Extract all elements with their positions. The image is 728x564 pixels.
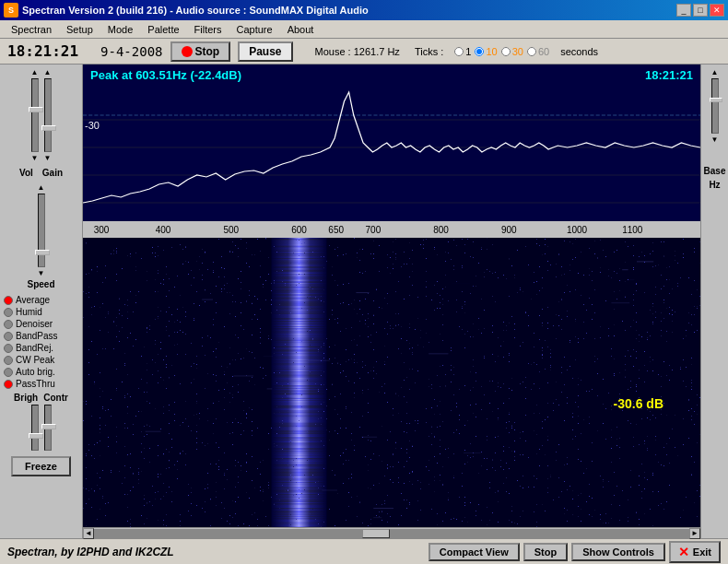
app-icon: S — [4, 3, 18, 18]
time-display: 18:21:21 — [7, 42, 78, 60]
hz-label: Hz — [709, 180, 720, 190]
menu-mode[interactable]: Mode — [100, 22, 141, 37]
window-controls[interactable]: _ □ ✕ — [676, 4, 724, 17]
filter-cwpeak[interactable]: CW Peak — [4, 355, 78, 365]
filter-label-cwpeak: CW Peak — [16, 355, 54, 365]
tick-option-1[interactable]: 1 — [454, 46, 471, 57]
filter-average[interactable]: Average — [4, 295, 78, 305]
brightness-sliders — [31, 405, 52, 451]
tick-option-60[interactable]: 60 — [527, 46, 549, 57]
gain-slider-container: ▲ ▼ — [44, 68, 52, 162]
speed-slider-container: ▲ ▼ — [38, 183, 45, 277]
scroll-thumb[interactable] — [362, 529, 390, 538]
freq-label-650: 650 — [328, 225, 344, 235]
base-up-arrow[interactable]: ▲ — [711, 68, 719, 76]
filter-dot-bandrej — [4, 344, 13, 353]
contr-slider-thumb[interactable] — [41, 424, 56, 429]
exit-label: Exit — [693, 546, 711, 558]
bottom-stop-button[interactable]: Stop — [523, 543, 568, 561]
brigh-slider-thumb[interactable] — [29, 433, 43, 439]
exit-button[interactable]: ✕ Exit — [669, 541, 721, 563]
exit-icon: ✕ — [678, 545, 689, 559]
filter-dot-cwpeak — [4, 356, 13, 365]
vol-up-arrow[interactable]: ▲ — [31, 68, 39, 76]
bottom-controls: Compact View Stop Show Controls ✕ Exit — [429, 541, 721, 563]
base-down-arrow[interactable]: ▼ — [711, 135, 719, 144]
compact-view-button[interactable]: Compact View — [429, 543, 520, 561]
vol-slider-thumb[interactable] — [29, 107, 43, 112]
menu-capture[interactable]: Capture — [229, 22, 280, 37]
mouse-info: Mouse : 1261.7 Hz — [315, 46, 400, 57]
menu-bar: Spectran Setup Mode Palette Filters Capt… — [0, 20, 728, 39]
filter-dot-humid — [4, 308, 13, 317]
spectrogram[interactable]: -30.6 dB — [83, 238, 700, 527]
base-slider-track[interactable] — [711, 78, 719, 134]
freq-label-1100: 1100 — [622, 225, 642, 235]
minimize-button[interactable]: _ — [676, 4, 691, 17]
stop-button[interactable]: Stop — [170, 41, 231, 62]
vol-gain-labels: Vol Gain — [19, 168, 63, 178]
contr-slider-container — [44, 405, 52, 451]
filter-passthru[interactable]: PassThru — [4, 379, 78, 389]
spectrum-svg — [83, 65, 700, 221]
gain-down-arrow[interactable]: ▼ — [44, 154, 52, 162]
filter-dot-passthru — [4, 380, 13, 389]
speed-label: Speed — [27, 279, 54, 289]
menu-about[interactable]: About — [280, 22, 322, 37]
tick-radio-1[interactable] — [454, 47, 464, 56]
filter-denoiser[interactable]: Denoiser — [4, 319, 78, 329]
tick-radio-30[interactable] — [501, 47, 511, 56]
base-slider-thumb[interactable] — [710, 98, 722, 102]
freq-label-700: 700 — [366, 225, 382, 235]
ticks-label: Ticks : — [415, 46, 443, 57]
stop-label: Stop — [195, 45, 220, 58]
brigh-slider-track[interactable] — [31, 405, 39, 451]
speed-down-arrow[interactable]: ▼ — [38, 269, 45, 277]
filter-bandrej[interactable]: BandRej. — [4, 343, 78, 353]
scroll-right-arrow[interactable]: ► — [689, 528, 700, 539]
vol-down-arrow[interactable]: ▼ — [31, 154, 39, 162]
gain-up-arrow[interactable]: ▲ — [44, 68, 52, 76]
spectrum-time: 18:21:21 — [645, 68, 693, 82]
freq-label-800: 800 — [433, 225, 449, 235]
gain-slider-track[interactable] — [44, 78, 52, 152]
peak-info: Peak at 603.51Hz (-22.4dB) — [90, 68, 241, 82]
filter-humid[interactable]: Humid — [4, 307, 78, 317]
speed-slider-thumb[interactable] — [35, 250, 50, 255]
scroll-left-arrow[interactable]: ◄ — [83, 528, 94, 539]
base-label: Base — [704, 166, 726, 176]
horizontal-scrollbar[interactable]: ◄ ► — [83, 527, 700, 538]
menu-palette[interactable]: Palette — [140, 22, 186, 37]
menu-setup[interactable]: Setup — [59, 22, 100, 37]
tick-option-10[interactable]: 10 — [475, 46, 497, 57]
menu-filters[interactable]: Filters — [187, 22, 229, 37]
pause-button[interactable]: Pause — [238, 41, 292, 62]
freeze-button[interactable]: Freeze — [11, 456, 71, 476]
scroll-track[interactable] — [94, 529, 689, 538]
gain-label: Gain — [42, 168, 63, 178]
gain-slider-thumb[interactable] — [41, 125, 56, 131]
close-button[interactable]: ✕ — [710, 4, 724, 17]
vol-slider-track[interactable] — [31, 78, 39, 152]
tick-radio-10[interactable] — [475, 47, 484, 56]
tick-radio-60[interactable] — [527, 47, 536, 56]
filter-bandpass[interactable]: BandPass — [4, 331, 78, 341]
filter-autobrig[interactable]: Auto brig. — [4, 367, 78, 377]
contr-label: Contr — [43, 393, 68, 403]
tick-label-10: 10 — [486, 46, 497, 57]
vol-slider-container: ▲ ▼ — [31, 68, 39, 162]
speed-slider-track[interactable] — [38, 194, 45, 267]
contr-slider-track[interactable] — [44, 405, 52, 451]
spectrum-graph[interactable]: -30 — [83, 65, 700, 221]
tick-option-30[interactable]: 30 — [501, 46, 523, 57]
speed-up-arrow[interactable]: ▲ — [38, 183, 45, 192]
freq-label-400: 400 — [156, 225, 171, 235]
date-display: 9-4-2008 — [100, 44, 162, 59]
filter-label-bandrej: BandRej. — [16, 343, 53, 353]
maximize-button[interactable]: □ — [693, 4, 708, 17]
show-controls-button[interactable]: Show Controls — [571, 543, 665, 561]
menu-spectran[interactable]: Spectran — [4, 22, 59, 37]
bottom-bar: Spectran, by I2PHD and IK2CZL Compact Vi… — [0, 538, 728, 564]
freq-label-500: 500 — [223, 225, 239, 235]
brigh-contr-labels: Brigh Contr — [14, 393, 68, 403]
